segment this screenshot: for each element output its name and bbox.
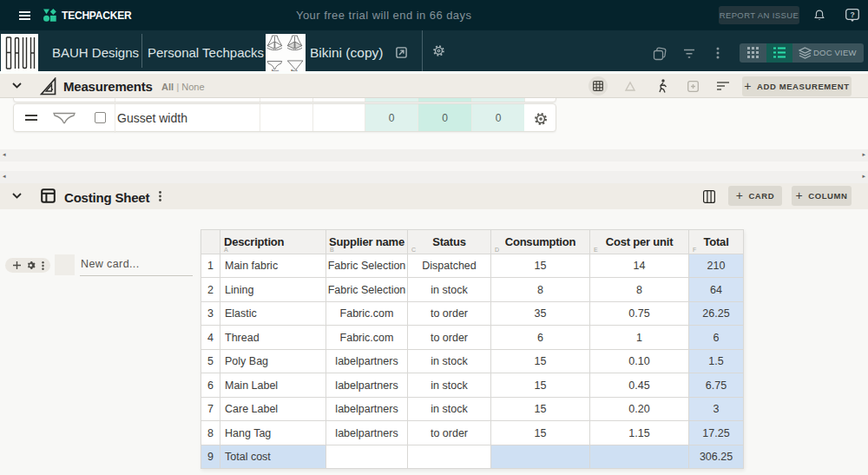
svg-text:?: ? bbox=[850, 10, 854, 19]
